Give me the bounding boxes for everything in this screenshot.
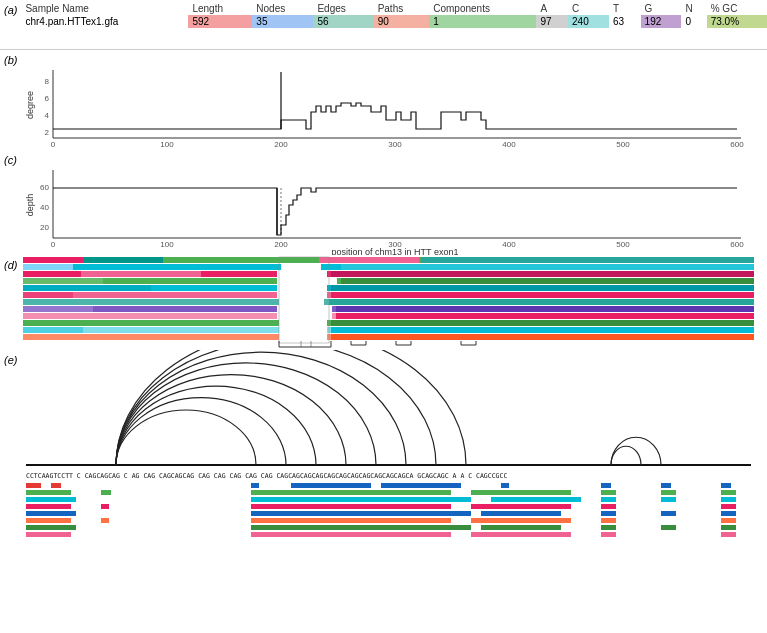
section-b: (b) degree 2 4 6 8 0 100 200 300 400 500 [0,50,767,150]
svg-rect-119 [26,525,76,530]
cell-C: 240 [568,15,609,28]
svg-rect-60 [277,306,332,312]
label-b: (b) [0,50,21,68]
svg-text:40: 40 [40,203,49,212]
svg-rect-53 [277,292,327,298]
svg-rect-103 [251,504,451,509]
svg-rect-37 [281,264,321,270]
svg-rect-108 [251,511,471,516]
cell-name: chr4.pan.HTTex1.gfa [21,15,188,28]
section-e: (e) CCTCAAGTCCTT [0,350,767,633]
svg-rect-71 [331,327,754,333]
chart-b-svg: degree 2 4 6 8 0 100 200 300 400 500 600 [21,50,756,148]
svg-rect-102 [101,504,109,509]
svg-rect-79 [26,483,41,488]
svg-text:2: 2 [45,128,50,137]
svg-rect-38 [341,264,754,270]
svg-rect-99 [661,497,676,502]
svg-rect-115 [251,518,451,523]
col-header-edges: Edges [313,2,373,15]
col-header-length: Length [188,2,252,15]
cell-edges: 56 [313,15,373,28]
svg-rect-49 [277,285,327,291]
svg-text:400: 400 [502,240,516,249]
section-c: (c) depth 20 40 60 0 100 200 300 400 500… [0,150,767,255]
svg-rect-129 [721,532,736,537]
chart-c-svg: depth 20 40 60 0 100 200 300 400 500 600… [21,150,756,255]
svg-rect-90 [251,490,451,495]
svg-rect-86 [661,483,671,488]
svg-rect-42 [331,271,754,277]
svg-rect-123 [661,525,676,530]
svg-rect-63 [277,313,332,319]
svg-rect-67 [331,320,754,326]
cell-G: 192 [641,15,682,28]
svg-rect-45 [277,278,337,284]
svg-rect-44 [23,278,103,284]
svg-text:200: 200 [275,140,289,148]
degree-line [53,103,737,129]
chart-e-area: CCTCAAGTCCTT C CAGCAGCAG C AG CAG CAGCAG… [21,350,767,580]
svg-rect-59 [23,306,93,312]
col-header-name: Sample Name [21,2,188,15]
svg-text:200: 200 [274,240,288,249]
depth-line [53,188,737,235]
svg-rect-35 [23,264,73,270]
svg-rect-113 [26,518,71,523]
col-header-C: C [568,2,609,15]
svg-rect-121 [481,525,561,530]
svg-rect-96 [251,497,471,502]
svg-rect-66 [279,320,327,326]
svg-text:500: 500 [616,240,630,249]
svg-rect-41 [277,271,327,277]
svg-rect-29 [23,257,83,263]
cell-N: 0 [681,15,706,28]
cell-length: 592 [188,15,252,28]
chart-c-area: depth 20 40 60 0 100 200 300 400 500 600… [21,150,767,255]
svg-text:500: 500 [617,140,631,148]
svg-rect-109 [481,511,561,516]
svg-text:0: 0 [51,140,56,148]
col-header-T: T [609,2,641,15]
data-table: Sample Name Length Nodes Edges Paths Com… [21,2,767,28]
svg-rect-91 [471,490,571,495]
cell-components: 1 [429,15,536,28]
svg-rect-61 [336,306,754,312]
svg-rect-54 [331,292,754,298]
svg-rect-101 [26,504,71,509]
chart-e-svg: CCTCAAGTCCTT C CAGCAGCAG C AG CAG CAGCAG… [21,350,756,580]
svg-rect-94 [721,490,736,495]
col-header-nodes: Nodes [252,2,313,15]
svg-rect-48 [151,285,281,291]
label-c: (c) [0,150,21,168]
svg-rect-84 [501,483,509,488]
chart-b-area: degree 2 4 6 8 0 100 200 300 400 500 600 [21,50,767,148]
svg-rect-50 [331,285,754,291]
svg-rect-100 [721,497,736,502]
svg-rect-30 [83,257,163,263]
svg-rect-80 [51,483,61,488]
chart-d-area [21,255,767,348]
svg-rect-124 [721,525,736,530]
svg-text:8: 8 [45,77,50,86]
svg-rect-107 [26,511,76,516]
svg-rect-93 [661,490,676,495]
svg-rect-105 [601,504,616,509]
cell-gc: 73.0% [707,15,767,28]
cell-paths: 90 [374,15,430,28]
col-header-A: A [536,2,568,15]
svg-text:100: 100 [160,240,174,249]
svg-rect-46 [341,278,754,284]
svg-text:6: 6 [45,94,50,103]
col-header-gc: % GC [707,2,767,15]
svg-rect-56 [279,299,324,305]
svg-rect-127 [471,532,571,537]
svg-rect-116 [471,518,571,523]
svg-rect-112 [721,511,736,516]
svg-text:600: 600 [731,140,745,148]
svg-text:60: 60 [40,183,49,192]
section-a: (a) Sample Name Length Nodes Edges Paths… [0,0,767,50]
col-header-paths: Paths [374,2,430,15]
svg-rect-98 [601,497,616,502]
svg-rect-111 [661,511,676,516]
